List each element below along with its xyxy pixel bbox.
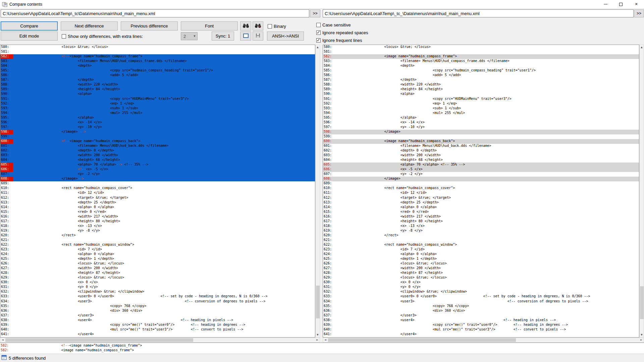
code-line[interactable]: 582: <!--<image name="hudmain_compass_fr… [0, 54, 315, 59]
code-line[interactable]: 600: <!--<image name="hudmain_compass_ba… [0, 139, 315, 144]
code-line[interactable]: 629: <locus> &true; </locus> [323, 276, 639, 280]
code-line[interactable]: 592: <eq> 1 </eq> [323, 102, 639, 106]
code-line[interactable]: 636: <div> 360 </div> [0, 309, 315, 313]
right-path-input[interactable] [323, 9, 634, 17]
code-line[interactable]: 584: <depth> [0, 64, 315, 68]
scroll-left-icon[interactable]: ◄ [1, 338, 5, 342]
ignore-frequent-lines-checkbox[interactable]: Ignore frequent lines [316, 38, 362, 43]
code-line[interactable]: 590: <alpha> [323, 92, 639, 97]
left-path-input[interactable] [1, 9, 309, 17]
right-horizontal-scroll-thumb[interactable] [328, 338, 516, 342]
code-line[interactable]: 624: <alpha> 0 </alpha> [323, 252, 639, 257]
code-line[interactable]: 612: <target> &true; </target> [323, 196, 639, 200]
code-line[interactable]: 630: <x> 0 </x> [0, 280, 315, 285]
scroll-left-icon[interactable]: ◄ [323, 338, 327, 342]
edit-mode-button[interactable]: Edit mode [1, 32, 58, 41]
code-line[interactable]: 610: <rect name="hudmain_compass_cover"> [0, 186, 315, 191]
code-line[interactable]: 615: <red> 0 </red> [0, 210, 315, 215]
code-line[interactable]: 589: <height> 84 </height> [323, 87, 639, 92]
code-line[interactable]: 633: <user0> 0 </user0> <!-- set by code… [0, 294, 315, 299]
code-line[interactable]: 611: <id> 12 </id> [0, 191, 315, 195]
code-line[interactable]: 604: <height> 68 </height> [323, 158, 639, 163]
code-line[interactable]: 596: <x> -14 </x> [323, 120, 639, 125]
code-line[interactable]: 617: <height> 80 </height> [323, 219, 639, 224]
code-line[interactable]: 607: <y> -2 </y> [323, 172, 639, 177]
code-line[interactable]: 622: <rect name="hudmain_compass_window"… [0, 243, 315, 247]
code-line[interactable]: 581: [0, 50, 315, 54]
code-line[interactable]: 594: <mul> 255 </mul> [0, 111, 315, 116]
code-line[interactable]: 580: <locus> &true; </locus> [323, 45, 639, 50]
code-line[interactable]: 609: [323, 181, 639, 186]
code-line[interactable]: 637: </user3> [323, 313, 639, 318]
code-line[interactable]: 641: </user4> [0, 332, 315, 337]
find-next-button[interactable] [253, 21, 263, 31]
code-line[interactable]: 590: <alpha> [0, 92, 315, 97]
code-line[interactable]: 586: <add> 5 </add> [0, 73, 315, 78]
code-line[interactable]: 583: <filename> Menus\HUD\hud_compass_fr… [0, 59, 315, 64]
code-line[interactable]: 612: <target> &true; </target> [0, 196, 315, 200]
code-line[interactable]: 613: <depth> 25 </depth> [323, 200, 639, 205]
right-vertical-scroll-thumb[interactable] [640, 286, 644, 319]
code-line[interactable]: 597: <y> -10 </y> [323, 125, 639, 130]
code-line[interactable]: 609: [0, 181, 315, 186]
code-line[interactable]: 598: </image> --> [0, 130, 315, 134]
code-line[interactable]: 580: <locus> &true; </locus> [0, 45, 315, 50]
code-line[interactable]: 618: <x> -13 </x> [0, 224, 315, 229]
binary-checkbox[interactable]: Binary [268, 23, 286, 29]
code-line[interactable]: 582: <image name="hudmain_compass_frame"… [0, 348, 644, 353]
code-line[interactable]: 608: </image> [323, 177, 639, 181]
code-line[interactable]: 632: <clipwindow> &true; </clipwindow> [323, 290, 639, 294]
code-line[interactable]: 623: <id> 7 </id> [323, 247, 639, 252]
code-line[interactable]: 588: <width> 220 </width> [0, 82, 315, 87]
left-vertical-scrollbar[interactable]: ▲ ▼ [315, 45, 320, 338]
next-difference-button[interactable]: Next difference [61, 21, 118, 31]
code-line[interactable]: 630: <x> 0 </x> [323, 280, 639, 285]
code-line[interactable]: 582: <!--<image name="hudmain_compass_fr… [0, 344, 644, 348]
code-line[interactable]: 604: <height> 68 </height> [0, 158, 315, 163]
code-line[interactable]: 603: <width> 200 </width> [0, 153, 315, 158]
show-only-differences-checkbox[interactable]: Show only differences, with extra lines: [62, 34, 143, 39]
code-line[interactable]: 614: <alpha> 0 </alpha> [323, 205, 639, 210]
code-line[interactable]: 586: <add> 5 </add> [323, 73, 639, 78]
code-line[interactable]: 627: <width> 200 </width> [323, 266, 639, 271]
code-line[interactable]: 631: <y> 0 </y> [0, 285, 315, 290]
code-line[interactable]: 605: <alpha> 70 </alpha>--> <!-- 35% --> [0, 163, 315, 167]
ignore-repeated-spaces-checkbox[interactable]: Ignore repeated spaces [316, 30, 368, 35]
case-sensitive-checkbox[interactable]: Case sensitive [316, 22, 351, 27]
code-line[interactable]: 582: <image name="hudmain_compass_frame"… [323, 54, 639, 59]
code-line[interactable]: 631: <y> 0 </y> [323, 285, 639, 290]
code-line[interactable]: 596: <x> -14 </x> [0, 120, 315, 125]
code-line[interactable]: 592: <eq> 1 </eq> [0, 102, 315, 106]
code-line[interactable]: 602: <depth> 0 </depth> [323, 148, 639, 153]
code-line[interactable]: 606: <!--<x> -5 </x> [0, 167, 315, 172]
right-vertical-scrollbar[interactable]: ▲ ▼ [639, 45, 644, 338]
code-line[interactable]: 593: <sub> 1 </sub> [0, 106, 315, 111]
code-line[interactable]: 591: <copy src="HUDMainMenu" trait="user… [323, 97, 639, 102]
code-line[interactable]: 629: <locus> &true; </locus> [0, 276, 315, 280]
code-line[interactable]: 638: <user4> <!-- heading in pixels --> [0, 318, 315, 323]
right-file-pane[interactable]: 580: <locus> &true; </locus>581:582: <im… [323, 45, 639, 338]
code-line[interactable]: 636: <div> 360 </div> [323, 309, 639, 313]
code-line[interactable]: 640: <mul src="me()" trait="user3"/> <!-… [0, 327, 315, 332]
scroll-right-icon[interactable]: ► [639, 338, 643, 342]
code-line[interactable]: 615: <red> 0 </red> [323, 210, 639, 215]
code-line[interactable]: 595: </alpha> [323, 116, 639, 120]
code-line[interactable]: 621: [323, 238, 639, 243]
code-line[interactable]: 619: <y> -8 </y> [323, 229, 639, 233]
code-line[interactable]: 621: [0, 238, 315, 243]
code-line[interactable]: 584: <depth> [323, 64, 639, 68]
code-line[interactable]: 611: <id> 12 </id> [323, 191, 639, 195]
code-line[interactable]: 602: <depth> 0 </depth> [0, 148, 315, 153]
split-view-button[interactable] [240, 32, 251, 41]
code-line[interactable]: 585: <copy src="hudmain_compass_heading"… [0, 68, 315, 73]
code-line[interactable]: 634: <user3> <!-- conversion of degrees … [323, 299, 639, 304]
code-line[interactable]: 639: <copy src="me()" trait="user0"/> <!… [0, 323, 315, 327]
code-line[interactable]: 608: </image>--> [0, 177, 315, 181]
left-horizontal-scrollbar[interactable]: ◄ ► [0, 338, 320, 343]
code-line[interactable]: 628: <height> 87 </height> [0, 271, 315, 276]
code-line[interactable]: 633: <user0> 0 </user0> <!-- set by code… [323, 294, 639, 299]
code-line[interactable]: 635: <copy> 768 </copy> [323, 304, 639, 309]
code-line[interactable]: 600: <image name="hudmain_compass_back"> [323, 139, 639, 144]
code-line[interactable]: 587: </depth> [0, 78, 315, 82]
code-line[interactable]: 581: [323, 50, 639, 54]
